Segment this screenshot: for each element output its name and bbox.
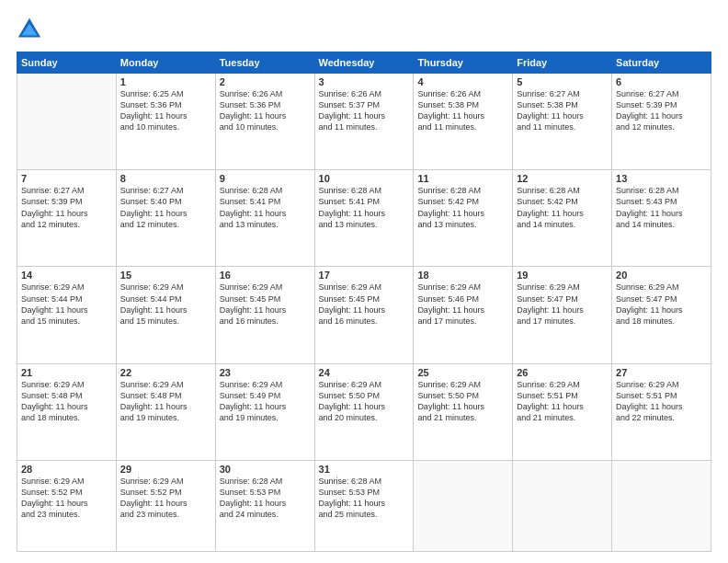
calendar-cell: 23Sunrise: 6:29 AM Sunset: 5:49 PM Dayli… xyxy=(215,363,314,460)
day-number: 18 xyxy=(417,270,508,281)
calendar-cell: 18Sunrise: 6:29 AM Sunset: 5:46 PM Dayli… xyxy=(414,267,513,363)
day-number: 30 xyxy=(220,464,311,475)
calendar-cell xyxy=(612,460,711,551)
logo-icon xyxy=(17,17,42,42)
day-info: Sunrise: 6:26 AM Sunset: 5:38 PM Dayligh… xyxy=(417,88,508,133)
col-header-monday: Monday xyxy=(116,52,215,74)
col-header-sunday: Sunday xyxy=(17,52,117,74)
calendar-cell: 17Sunrise: 6:29 AM Sunset: 5:45 PM Dayli… xyxy=(314,267,414,363)
day-number: 29 xyxy=(120,464,211,475)
day-info: Sunrise: 6:29 AM Sunset: 5:51 PM Dayligh… xyxy=(616,379,707,424)
day-number: 22 xyxy=(120,367,211,378)
day-number: 24 xyxy=(319,367,410,378)
day-info: Sunrise: 6:27 AM Sunset: 5:39 PM Dayligh… xyxy=(21,185,112,230)
page: SundayMondayTuesdayWednesdayThursdayFrid… xyxy=(0,0,728,563)
calendar-cell: 9Sunrise: 6:28 AM Sunset: 5:41 PM Daylig… xyxy=(215,170,314,267)
calendar-cell: 10Sunrise: 6:28 AM Sunset: 5:41 PM Dayli… xyxy=(314,170,414,267)
day-number: 21 xyxy=(21,367,112,378)
day-number: 11 xyxy=(417,173,508,184)
calendar-cell: 26Sunrise: 6:29 AM Sunset: 5:51 PM Dayli… xyxy=(513,363,612,460)
calendar-cell: 31Sunrise: 6:28 AM Sunset: 5:53 PM Dayli… xyxy=(314,460,414,551)
header xyxy=(17,17,711,42)
day-info: Sunrise: 6:29 AM Sunset: 5:45 PM Dayligh… xyxy=(220,282,311,327)
day-info: Sunrise: 6:26 AM Sunset: 5:36 PM Dayligh… xyxy=(220,88,311,133)
day-info: Sunrise: 6:29 AM Sunset: 5:51 PM Dayligh… xyxy=(517,379,608,424)
day-info: Sunrise: 6:25 AM Sunset: 5:36 PM Dayligh… xyxy=(120,88,211,133)
day-info: Sunrise: 6:28 AM Sunset: 5:53 PM Dayligh… xyxy=(220,476,311,521)
day-info: Sunrise: 6:28 AM Sunset: 5:42 PM Dayligh… xyxy=(417,185,508,230)
day-info: Sunrise: 6:29 AM Sunset: 5:46 PM Dayligh… xyxy=(417,282,508,327)
day-info: Sunrise: 6:29 AM Sunset: 5:47 PM Dayligh… xyxy=(517,282,608,327)
day-info: Sunrise: 6:29 AM Sunset: 5:49 PM Dayligh… xyxy=(220,379,311,424)
col-header-friday: Friday xyxy=(513,52,612,74)
day-info: Sunrise: 6:28 AM Sunset: 5:42 PM Dayligh… xyxy=(517,185,608,230)
day-info: Sunrise: 6:29 AM Sunset: 5:44 PM Dayligh… xyxy=(21,282,112,327)
day-number: 14 xyxy=(21,270,112,281)
day-number: 7 xyxy=(21,173,112,184)
calendar-cell xyxy=(17,74,117,170)
day-number: 9 xyxy=(220,173,311,184)
day-number: 25 xyxy=(417,367,508,378)
day-info: Sunrise: 6:28 AM Sunset: 5:53 PM Dayligh… xyxy=(319,476,410,521)
calendar-cell: 2Sunrise: 6:26 AM Sunset: 5:36 PM Daylig… xyxy=(215,74,314,170)
day-info: Sunrise: 6:29 AM Sunset: 5:48 PM Dayligh… xyxy=(120,379,211,424)
day-info: Sunrise: 6:27 AM Sunset: 5:38 PM Dayligh… xyxy=(517,88,608,133)
day-info: Sunrise: 6:29 AM Sunset: 5:48 PM Dayligh… xyxy=(21,379,112,424)
day-number: 13 xyxy=(616,173,707,184)
calendar-cell: 6Sunrise: 6:27 AM Sunset: 5:39 PM Daylig… xyxy=(612,74,711,170)
day-number: 27 xyxy=(616,367,707,378)
day-number: 2 xyxy=(220,76,311,87)
calendar-cell: 22Sunrise: 6:29 AM Sunset: 5:48 PM Dayli… xyxy=(116,363,215,460)
calendar-cell xyxy=(414,460,513,551)
day-info: Sunrise: 6:26 AM Sunset: 5:37 PM Dayligh… xyxy=(319,88,410,133)
calendar-cell: 7Sunrise: 6:27 AM Sunset: 5:39 PM Daylig… xyxy=(17,170,117,267)
day-number: 4 xyxy=(417,76,508,87)
day-number: 15 xyxy=(120,270,211,281)
week-row-5: 28Sunrise: 6:29 AM Sunset: 5:52 PM Dayli… xyxy=(17,460,711,551)
calendar-cell: 1Sunrise: 6:25 AM Sunset: 5:36 PM Daylig… xyxy=(116,74,215,170)
calendar-cell: 27Sunrise: 6:29 AM Sunset: 5:51 PM Dayli… xyxy=(612,363,711,460)
day-number: 3 xyxy=(319,76,410,87)
col-header-saturday: Saturday xyxy=(612,52,711,74)
day-info: Sunrise: 6:27 AM Sunset: 5:39 PM Dayligh… xyxy=(616,88,707,133)
calendar-cell: 20Sunrise: 6:29 AM Sunset: 5:47 PM Dayli… xyxy=(612,267,711,363)
calendar-cell: 13Sunrise: 6:28 AM Sunset: 5:43 PM Dayli… xyxy=(612,170,711,267)
week-row-2: 7Sunrise: 6:27 AM Sunset: 5:39 PM Daylig… xyxy=(17,170,711,267)
col-header-thursday: Thursday xyxy=(414,52,513,74)
col-header-tuesday: Tuesday xyxy=(215,52,314,74)
day-info: Sunrise: 6:29 AM Sunset: 5:50 PM Dayligh… xyxy=(319,379,410,424)
calendar-cell: 19Sunrise: 6:29 AM Sunset: 5:47 PM Dayli… xyxy=(513,267,612,363)
day-info: Sunrise: 6:29 AM Sunset: 5:45 PM Dayligh… xyxy=(319,282,410,327)
day-info: Sunrise: 6:29 AM Sunset: 5:44 PM Dayligh… xyxy=(120,282,211,327)
logo xyxy=(17,17,46,42)
day-number: 12 xyxy=(517,173,608,184)
week-row-3: 14Sunrise: 6:29 AM Sunset: 5:44 PM Dayli… xyxy=(17,267,711,363)
day-number: 31 xyxy=(319,464,410,475)
calendar-cell: 28Sunrise: 6:29 AM Sunset: 5:52 PM Dayli… xyxy=(17,460,117,551)
day-number: 16 xyxy=(220,270,311,281)
day-number: 23 xyxy=(220,367,311,378)
day-number: 19 xyxy=(517,270,608,281)
calendar-cell: 29Sunrise: 6:29 AM Sunset: 5:52 PM Dayli… xyxy=(116,460,215,551)
calendar-cell: 16Sunrise: 6:29 AM Sunset: 5:45 PM Dayli… xyxy=(215,267,314,363)
calendar-cell: 4Sunrise: 6:26 AM Sunset: 5:38 PM Daylig… xyxy=(414,74,513,170)
header-row: SundayMondayTuesdayWednesdayThursdayFrid… xyxy=(17,52,711,74)
calendar-cell: 8Sunrise: 6:27 AM Sunset: 5:40 PM Daylig… xyxy=(116,170,215,267)
calendar-cell: 11Sunrise: 6:28 AM Sunset: 5:42 PM Dayli… xyxy=(414,170,513,267)
day-info: Sunrise: 6:27 AM Sunset: 5:40 PM Dayligh… xyxy=(120,185,211,230)
calendar-cell: 3Sunrise: 6:26 AM Sunset: 5:37 PM Daylig… xyxy=(314,74,414,170)
calendar-table: SundayMondayTuesdayWednesdayThursdayFrid… xyxy=(17,52,711,552)
calendar-cell: 5Sunrise: 6:27 AM Sunset: 5:38 PM Daylig… xyxy=(513,74,612,170)
day-number: 26 xyxy=(517,367,608,378)
calendar-cell: 14Sunrise: 6:29 AM Sunset: 5:44 PM Dayli… xyxy=(17,267,117,363)
day-number: 17 xyxy=(319,270,410,281)
calendar-cell: 12Sunrise: 6:28 AM Sunset: 5:42 PM Dayli… xyxy=(513,170,612,267)
day-info: Sunrise: 6:29 AM Sunset: 5:52 PM Dayligh… xyxy=(120,476,211,521)
day-number: 1 xyxy=(120,76,211,87)
day-number: 20 xyxy=(616,270,707,281)
calendar-cell: 24Sunrise: 6:29 AM Sunset: 5:50 PM Dayli… xyxy=(314,363,414,460)
day-info: Sunrise: 6:28 AM Sunset: 5:43 PM Dayligh… xyxy=(616,185,707,230)
col-header-wednesday: Wednesday xyxy=(314,52,414,74)
day-number: 28 xyxy=(21,464,112,475)
calendar-cell: 21Sunrise: 6:29 AM Sunset: 5:48 PM Dayli… xyxy=(17,363,117,460)
